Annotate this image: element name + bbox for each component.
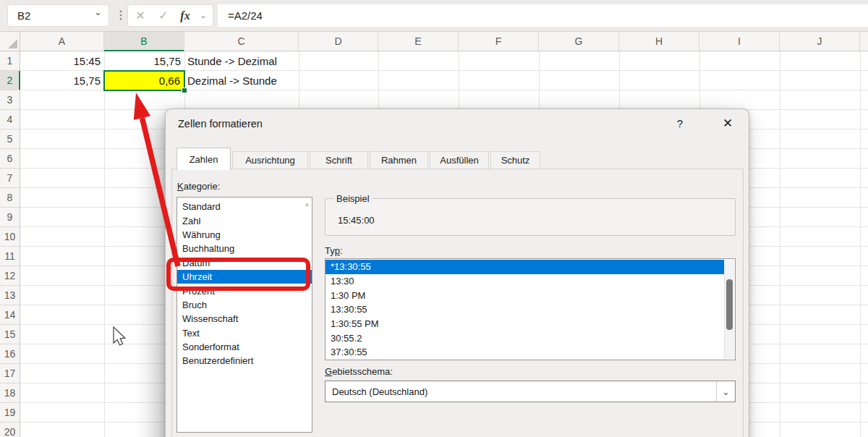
category-item[interactable]: Benutzerdefiniert	[177, 354, 312, 368]
row-header-5[interactable]: 5	[0, 130, 20, 149]
type-item[interactable]: 13:30	[326, 274, 724, 289]
row-header-15[interactable]: 15	[0, 325, 20, 344]
row-header-17[interactable]: 17	[0, 364, 20, 383]
scroll-up-icon[interactable]: ▲	[304, 200, 310, 208]
locale-dropdown[interactable]: Deutsch (Deutschland) ⌄	[325, 381, 736, 402]
category-item[interactable]: Wissenschaft	[177, 312, 312, 326]
cell-c2[interactable]: Dezimal -> Stunde	[184, 71, 299, 90]
dialog-tabs: ZahlenAusrichtungSchriftRahmenAusfüllenS…	[166, 109, 749, 169]
column-header-a[interactable]: A	[20, 32, 104, 51]
dropdown-chevron-icon[interactable]: ⌄	[716, 381, 735, 402]
row-header-20[interactable]: 20	[0, 423, 20, 437]
column-header-f[interactable]: F	[459, 32, 539, 51]
row-header-6[interactable]: 6	[0, 149, 20, 169]
name-box-chevron-icon[interactable]: ⌄	[94, 7, 102, 17]
row-header-2[interactable]: 2	[0, 71, 20, 90]
select-all-button[interactable]	[0, 32, 20, 51]
format-cells-dialog: Zellen formatieren ? ✕ ZahlenAusrichtung…	[165, 109, 749, 437]
cell-c1[interactable]: Stunde -> Dezimal	[184, 51, 299, 70]
type-item[interactable]: 13:30:55	[326, 302, 724, 317]
type-scrollbar[interactable]	[724, 260, 734, 359]
row-header-16[interactable]: 16	[0, 344, 20, 364]
cell-a1[interactable]: 15:45	[20, 51, 104, 70]
row-header-13[interactable]: 13	[0, 286, 20, 305]
tab-ausfuellen[interactable]: Ausfüllen	[430, 151, 489, 169]
category-item[interactable]: Standard	[177, 200, 312, 213]
cell-b2[interactable]: 0,66	[103, 70, 185, 91]
example-label: Beispiel	[333, 193, 373, 204]
name-box[interactable]: B2 ⌄	[7, 4, 109, 27]
category-item[interactable]: Sonderformat	[177, 340, 312, 354]
tab-schutz[interactable]: Schutz	[490, 151, 540, 169]
column-header-c[interactable]: C	[184, 32, 299, 51]
tab-schrift[interactable]: Schrift	[310, 151, 368, 169]
name-box-value: B2	[17, 9, 30, 22]
grid-vline	[780, 51, 780, 437]
type-scrollbar-thumb[interactable]	[726, 279, 733, 330]
row-header-4[interactable]: 4	[0, 110, 20, 130]
type-item[interactable]: 30:55.2	[326, 331, 724, 345]
insert-function-icon[interactable]: fx	[174, 9, 196, 22]
category-item[interactable]: Uhrzeit	[177, 270, 312, 284]
column-header-h[interactable]: H	[619, 32, 699, 51]
category-label: Kategorie:	[177, 181, 220, 192]
type-item[interactable]: 1:30 PM	[326, 288, 724, 302]
row-header-9[interactable]: 9	[0, 208, 20, 227]
category-item[interactable]: Prozent	[177, 284, 312, 297]
row-header-14[interactable]: 14	[0, 305, 20, 325]
row-headers: 1234567891011121314151617181920	[0, 51, 20, 437]
column-header-g[interactable]: G	[539, 32, 619, 51]
grid-vline	[104, 51, 105, 437]
select-all-icon	[8, 39, 17, 48]
row-header-3[interactable]: 3	[0, 90, 20, 110]
type-label: Typ:	[325, 245, 343, 256]
row-header-8[interactable]: 8	[0, 188, 20, 208]
formula-text: =A2/24	[228, 9, 263, 22]
formula-buttons: ✕ ✓ fx ⌄	[127, 4, 213, 27]
row-header-7[interactable]: 7	[0, 169, 20, 188]
example-value: 15:45:00	[338, 215, 375, 226]
column-header-d[interactable]: D	[299, 32, 378, 51]
category-item[interactable]: Buchhaltung	[177, 242, 312, 255]
category-item[interactable]: Zahl	[177, 213, 312, 227]
tab-ausrichtung[interactable]: Ausrichtung	[232, 151, 308, 169]
row-header-19[interactable]: 19	[0, 403, 20, 423]
type-listbox[interactable]: *13:30:5513:301:30 PM13:30:551:30:55 PM3…	[325, 258, 736, 360]
toolbar-dots-icon[interactable]: ⋮	[115, 8, 127, 22]
numbers-tab-panel: Kategorie: StandardZahlWährungBuchhaltun…	[171, 169, 744, 437]
column-header-e[interactable]: E	[378, 32, 459, 51]
cancel-icon[interactable]: ✕	[128, 9, 153, 22]
category-item[interactable]: Text	[177, 326, 312, 340]
row-header-18[interactable]: 18	[0, 383, 20, 403]
enter-icon[interactable]: ✓	[153, 9, 174, 22]
example-groupbox: Beispiel 15:45:00	[325, 198, 736, 236]
locale-value: Deutsch (Deutschland)	[332, 386, 427, 397]
column-header-j[interactable]: J	[780, 32, 860, 51]
formula-chevron-icon[interactable]: ⌄	[196, 11, 210, 20]
category-item[interactable]: Datum	[177, 256, 312, 270]
column-header-b[interactable]: B	[104, 32, 184, 51]
grid-vline	[860, 51, 861, 437]
tab-zahlen[interactable]: Zahlen	[176, 148, 231, 170]
row-header-10[interactable]: 10	[0, 227, 20, 247]
type-item[interactable]: 1:30:55 PM	[326, 317, 724, 331]
category-item[interactable]: Bruch	[177, 298, 312, 312]
type-item[interactable]: 37:30:55	[326, 345, 724, 360]
cell-a2[interactable]: 15,75	[20, 71, 104, 90]
locale-label: Gebietsschema:	[325, 366, 393, 377]
column-header-i[interactable]: I	[699, 32, 780, 51]
category-listbox[interactable]: StandardZahlWährungBuchhaltungDatumUhrze…	[176, 197, 312, 433]
row-header-11[interactable]: 11	[0, 247, 20, 266]
formula-toolbar: B2 ⌄ ⋮ ✕ ✓ fx ⌄ =A2/24	[0, 0, 868, 32]
tab-rahmen[interactable]: Rahmen	[370, 151, 428, 169]
cell-b1[interactable]: 15,75	[104, 51, 184, 70]
category-item[interactable]: Währung	[177, 228, 312, 242]
column-headers: ABCDEFGHIJ	[0, 32, 868, 51]
formula-bar[interactable]: =A2/24	[218, 4, 868, 27]
type-item[interactable]: *13:30:55	[326, 260, 724, 274]
row-header-1[interactable]: 1	[0, 51, 20, 71]
row-header-12[interactable]: 12	[0, 266, 20, 286]
